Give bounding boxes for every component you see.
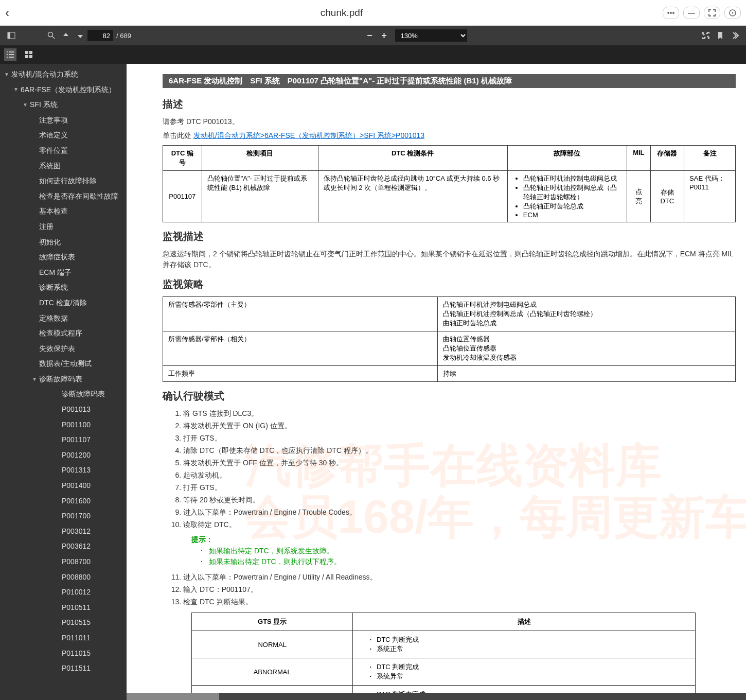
outline-item[interactable]: ▼发动机/混合动力系统	[0, 67, 127, 82]
outline-label: 数据表/主动测试	[39, 359, 122, 369]
target-button[interactable]	[724, 7, 741, 19]
outline-item[interactable]: P003612	[0, 539, 127, 554]
list-item: 清除 DTC（即使未存储 DTC，也应执行清除 DTC 程序）。	[183, 445, 736, 456]
table-row: P001107 凸轮轴位置"A"- 正时过于提前或系统性能 (B1) 机械故障 …	[163, 171, 736, 222]
list-item: 系统正常	[369, 644, 689, 654]
outline-label: 注意事项	[39, 115, 122, 126]
outline-label: P011011	[62, 633, 122, 643]
prev-page-button[interactable]	[59, 28, 73, 43]
outline-item[interactable]: 零件位置	[0, 143, 127, 159]
minimize-button[interactable]: —	[683, 7, 700, 19]
svg-rect-6	[7, 51, 8, 52]
outline-item[interactable]: 数据表/主动测试	[0, 356, 127, 372]
outline-item[interactable]: P001700	[0, 509, 127, 524]
outline-item[interactable]: 如何进行故障排除	[0, 173, 127, 189]
outline-view-button[interactable]	[4, 48, 16, 61]
outline-item[interactable]: P001100	[0, 417, 127, 433]
tree-arrow-icon: ▼	[13, 86, 20, 93]
pdf-content[interactable]: 汽修帮手在线资料库 会员168/年，每周更新车型 6AR-FSE 发动机控制 S…	[127, 64, 746, 700]
outline-item[interactable]: ▼诊断故障码表	[0, 372, 127, 387]
outline-label: 零件位置	[39, 146, 122, 156]
outline-label: 诊断故障码表	[39, 374, 122, 384]
table-header: DTC 检测条件	[318, 146, 507, 171]
toggle-sidebar-button[interactable]	[4, 28, 19, 43]
outline-item[interactable]: P011011	[0, 631, 127, 646]
table-cell: 保持凸轮轴正时齿轮总成径向跳动 10°CA 或更大持续 0.6 秒或更长时间 2…	[318, 171, 507, 222]
table-cell: 凸轮轴位置"A"- 正时过于提前或系统性能 (B1) 机械故障	[202, 171, 318, 222]
table-cell: DTC 判断完成系统异常	[353, 658, 696, 686]
presentation-button[interactable]	[699, 28, 713, 43]
more-button[interactable]: •••	[663, 7, 679, 19]
outline-item[interactable]: DTC 检查/清除	[0, 295, 127, 311]
outline-item[interactable]: 基本检查	[0, 204, 127, 219]
list-item: 将发动机开关置于 OFF 位置，并至少等待 30 秒。	[183, 458, 736, 468]
svg-rect-7	[9, 51, 14, 52]
next-page-button[interactable]	[73, 28, 87, 43]
outline-item[interactable]: 失效保护表	[0, 341, 127, 357]
tools-button[interactable]	[727, 28, 742, 43]
outline-item[interactable]: P001313	[0, 463, 127, 478]
outline-item[interactable]: P010511	[0, 600, 127, 616]
list-item: 进入以下菜单：Powertrain / Engine / Utility / A…	[183, 572, 736, 583]
outline-item[interactable]: P001200	[0, 448, 127, 463]
table-cell: 工作频率	[163, 366, 438, 382]
zoom-select[interactable]: 130%	[395, 29, 467, 42]
outline-label: SFI 系统	[30, 100, 122, 110]
svg-rect-8	[7, 54, 8, 55]
target-icon	[729, 9, 737, 17]
outline-item[interactable]: P001400	[0, 478, 127, 494]
outline-item[interactable]: ▼6AR-FSE（发动机控制系统）	[0, 82, 127, 98]
outline-item[interactable]: 诊断故障码表	[0, 387, 127, 402]
outline-item[interactable]: P001013	[0, 402, 127, 417]
table-cell: SAE 代码：P0011	[684, 171, 736, 222]
outline-item[interactable]: P003012	[0, 524, 127, 539]
thumbnail-view-button[interactable]	[23, 48, 35, 61]
fullscreen-button[interactable]	[704, 7, 720, 19]
horizontal-scrollbar[interactable]	[127, 693, 746, 700]
outline-label: P008700	[62, 557, 122, 567]
outline-item[interactable]: P010012	[0, 585, 127, 600]
search-button[interactable]	[44, 28, 59, 43]
outline-item[interactable]: 定格数据	[0, 311, 127, 326]
outline-item[interactable]: P008700	[0, 554, 127, 570]
outline-item[interactable]: 注意事项	[0, 113, 127, 128]
outline-item[interactable]: P001107	[0, 432, 127, 448]
outline-item[interactable]: P011015	[0, 646, 127, 661]
outline-sidebar[interactable]: ▼发动机/混合动力系统▼6AR-FSE（发动机控制系统）▼SFI 系统注意事项术…	[0, 64, 127, 700]
outline-item[interactable]: 检查是否存在间歇性故障	[0, 189, 127, 204]
scrollbar-thumb[interactable]	[127, 693, 219, 700]
outline-label: 诊断故障码表	[62, 389, 122, 399]
outline-item[interactable]: 注册	[0, 219, 127, 235]
dtc-code-cell: P001107	[163, 171, 202, 222]
outline-label: 初始化	[39, 237, 122, 248]
outline-item[interactable]: ECM 端子	[0, 265, 127, 281]
outline-item[interactable]: 系统图	[0, 159, 127, 174]
outline-item[interactable]: 检查模式程序	[0, 326, 127, 341]
outline-item[interactable]: 故障症状表	[0, 250, 127, 265]
page-number-input[interactable]	[87, 30, 113, 41]
back-button[interactable]: ‹	[5, 6, 21, 20]
outline-item[interactable]: P010515	[0, 615, 127, 631]
outline-item[interactable]: 初始化	[0, 235, 127, 250]
breadcrumb-link[interactable]: 发动机/混合动力系统>6AR-FSE（发动机控制系统）>SFI 系统>P0010…	[193, 131, 424, 139]
gts-table: GTS 显示描述 NORMALDTC 判断完成系统正常ABNORMALDTC 判…	[191, 612, 696, 700]
outline-item[interactable]: P008800	[0, 570, 127, 585]
table-cell: 曲轴位置传感器 凸轮轴位置传感器 发动机冷却液温度传感器	[438, 331, 736, 366]
paragraph: 怠速运转期间，2 个锁销将凸轮轴正时齿轮锁止在可变气门正时工作范围的中心。如果某…	[163, 249, 736, 270]
bookmark-button[interactable]	[713, 28, 727, 43]
zoom-out-button[interactable]: −	[362, 28, 377, 43]
table-row: NORMALDTC 判断完成系统正常	[192, 631, 696, 658]
table-header: 检测项目	[202, 146, 318, 171]
outline-label: P011511	[62, 663, 122, 674]
outline-item[interactable]: 术语定义	[0, 128, 127, 143]
zoom-in-button[interactable]: +	[377, 28, 391, 43]
outline-item[interactable]: ▼SFI 系统	[0, 97, 127, 113]
svg-point-4	[48, 32, 53, 37]
outline-label: P010515	[62, 618, 122, 628]
outline-item[interactable]: P001600	[0, 494, 127, 509]
table-row: 所需传感器/零部件（相关）曲轴位置传感器 凸轮轴位置传感器 发动机冷却液温度传感…	[163, 331, 736, 366]
outline-item[interactable]: 诊断系统	[0, 280, 127, 295]
dtc-table: DTC 编号检测项目DTC 检测条件故障部位MIL存储器备注 P001107 凸…	[163, 145, 736, 222]
pdf-page: 汽修帮手在线资料库 会员168/年，每周更新车型 6AR-FSE 发动机控制 S…	[127, 64, 746, 700]
outline-item[interactable]: P011511	[0, 661, 127, 676]
